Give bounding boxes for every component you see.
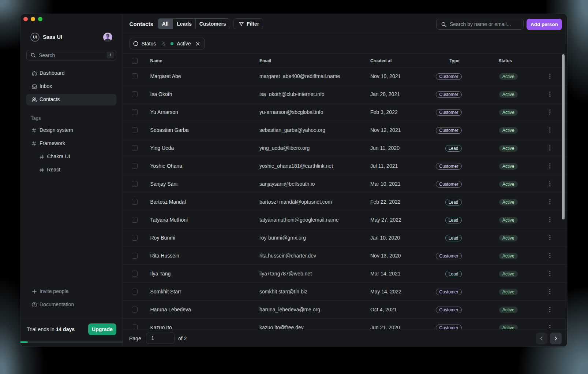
svg-text:UI: UI bbox=[33, 35, 37, 39]
